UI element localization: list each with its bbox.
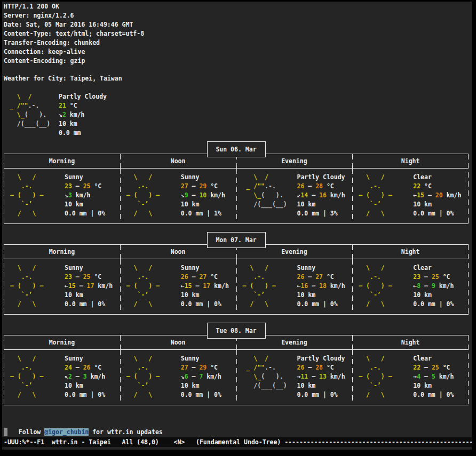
http-header-line: Server: nginx/1.2.6 bbox=[4, 11, 144, 20]
clear-icon: \ / .-.– ( ) – `-’ / \ bbox=[359, 263, 392, 309]
condition-label: Clear bbox=[413, 354, 454, 363]
forecast-cell: \ / .-.– ( ) – `-’ / \Sunny26 – 27 °C←16… bbox=[236, 259, 353, 314]
wind-value: ←15 – 17 km/h bbox=[181, 282, 229, 291]
forecast-cell: \ / _ /"".-. \_( ). /(___(__)Partly Clou… bbox=[236, 350, 353, 404]
visibility-value: 10 km bbox=[297, 381, 345, 390]
forecast-table-body: \ / .-.– ( ) – `-’ / \Sunny24 – 26 °C↖2 … bbox=[4, 350, 469, 404]
precipitation-value: 0.0 mm | 0% bbox=[297, 390, 345, 399]
wind-value: ↘9 – 10 km/h bbox=[181, 191, 225, 200]
http-header-line: Content-Type: text/html; charset=utf-8 bbox=[4, 29, 144, 38]
column-header-night: Night bbox=[352, 154, 469, 168]
visibility-value: 10 km bbox=[65, 291, 113, 300]
follow-prefix: Follow bbox=[19, 428, 44, 436]
visibility-value: 10 km bbox=[181, 381, 221, 390]
temperature-value: 26 – 28 °C bbox=[297, 182, 345, 191]
forecast-date-box: Tue 08. Mar bbox=[207, 323, 266, 339]
precipitation-value: 0.0 mm | 0% bbox=[413, 209, 461, 218]
forecast-table: MorningNoonEveningNight \ / .-.– ( ) – `… bbox=[4, 335, 469, 405]
forecast-cell: \ / .-.– ( ) – `-’ / \Sunny23 – 25 °C←15… bbox=[4, 259, 120, 314]
emacs-modeline[interactable]: -UUU:%*--F1 wttr.in - Taipei All (48,0) … bbox=[2, 437, 472, 447]
visibility-value: 10 km bbox=[181, 200, 225, 209]
http-header-line: Transfer-Encoding: chunked bbox=[4, 38, 144, 47]
wind-value: ↙14 – 16 km/h bbox=[297, 191, 345, 200]
forecast-cell-text: Sunny26 – 27 °C←16 – 18 km/h10 km0.0 mm … bbox=[297, 263, 345, 309]
precipitation-value: 0.0 mm | 0% bbox=[297, 300, 345, 309]
column-header-morning: Morning bbox=[4, 154, 120, 168]
forecast-cell: \ / .-.– ( ) – `-’ / \Sunny27 – 29 °C↘9 … bbox=[120, 169, 236, 223]
sunny-icon: \ / .-.– ( ) – `-’ / \ bbox=[10, 263, 43, 309]
forecast-cell: \ / .-.– ( ) – `-’ / \Sunny26 – 27 °C←15… bbox=[120, 259, 236, 314]
forecast-date-box: Mon 07. Mar bbox=[207, 232, 266, 248]
visibility-value: 10 km bbox=[59, 119, 107, 129]
http-header-line: Content-Encoding: gzip bbox=[4, 57, 144, 66]
precipitation-value: 0.0 mm | 0% bbox=[181, 390, 221, 399]
column-header-night: Night bbox=[352, 245, 469, 259]
condition-label: Sunny bbox=[181, 263, 229, 273]
temperature-value: 21 °C bbox=[59, 101, 107, 110]
visibility-value: 10 km bbox=[181, 291, 229, 300]
wind-value: ↖2 – 3 km/h bbox=[65, 372, 105, 381]
temperature-value: 22 °C bbox=[413, 182, 461, 191]
visibility-value: 10 km bbox=[413, 381, 454, 390]
current-conditions-text: Partly Cloudy 21 °C ↘2 km/h 10 km 0.0 mm bbox=[59, 92, 107, 138]
temperature-value: 26 – 27 °C bbox=[297, 273, 345, 282]
http-response-headers: HTTP/1.1 200 OK Server: nginx/1.2.6 Date… bbox=[4, 2, 144, 66]
temperature-value: 23 – 25 °C bbox=[413, 273, 454, 282]
forecast-date-box: Sun 06. Mar bbox=[207, 141, 266, 157]
partly-cloudy-icon: \ / _ /"".-. \_( ). /(___(__) bbox=[6, 92, 50, 129]
condition-label: Sunny bbox=[65, 354, 105, 363]
forecast-cell-text: Sunny23 – 25 °C←15 – 17 km/h10 km0.0 mm … bbox=[65, 263, 113, 309]
http-header-line: HTTP/1.1 200 OK bbox=[4, 2, 144, 11]
precipitation-value: 0.0 mm | 0% bbox=[65, 300, 113, 309]
clear-icon: \ / .-.– ( ) – `-’ / \ bbox=[359, 354, 392, 399]
clear-icon: \ / .-.– ( ) – `-’ / \ bbox=[359, 173, 392, 218]
forecast-cell-text: Clear22 – 25 °C→4 – 5 km/h10 km0.0 mm | … bbox=[413, 354, 454, 399]
terminal-cursor bbox=[4, 428, 7, 436]
wind-value: →11 – 13 km/h bbox=[297, 372, 345, 381]
column-header-morning: Morning bbox=[4, 335, 120, 349]
condition-label: Partly Cloudy bbox=[297, 173, 345, 182]
temperature-value: 27 – 29 °C bbox=[181, 363, 221, 372]
condition-label: Partly Cloudy bbox=[59, 92, 107, 101]
sunny-icon: \ / .-.– ( ) – `-’ / \ bbox=[243, 263, 276, 309]
precipitation-value: 0.0 mm | 0% bbox=[413, 390, 454, 399]
forecast-day: Mon 07. Mar MorningNoonEveningNight \ / … bbox=[4, 232, 469, 315]
sunny-icon: \ / .-.– ( ) – `-’ / \ bbox=[10, 173, 43, 218]
forecast-cell: \ / .-.– ( ) – `-’ / \Sunny27 – 29 °C↘6 … bbox=[120, 350, 236, 404]
forecast-cell: \ / .-.– ( ) – `-’ / \Clear22 °C←15 – 20… bbox=[352, 169, 469, 223]
wind-value: ←8 – 9 km/h bbox=[413, 282, 454, 291]
forecast-cell: \ / .-.– ( ) – `-’ / \Sunny24 – 26 °C↖2 … bbox=[4, 350, 120, 404]
visibility-value: 10 km bbox=[297, 291, 345, 300]
visibility-value: 10 km bbox=[413, 291, 454, 300]
forecast-date: Tue 08. Mar bbox=[216, 327, 256, 334]
temperature-value: 23 – 25 °C bbox=[65, 182, 105, 191]
precipitation-value: 0.0 mm | 0% bbox=[65, 209, 105, 218]
wind-value: ←15 – 20 km/h bbox=[413, 191, 461, 200]
forecast-cell-text: Clear23 – 25 °C←8 – 9 km/h10 km0.0 mm | … bbox=[413, 263, 454, 309]
forecast-cell: \ / .-.– ( ) – `-’ / \Sunny23 – 25 °C↘3 … bbox=[4, 169, 120, 223]
column-header-night: Night bbox=[352, 335, 469, 349]
forecast-cell-text: Sunny27 – 29 °C↘9 – 10 km/h10 km0.0 mm |… bbox=[181, 173, 225, 218]
forecast-table-body: \ / .-.– ( ) – `-’ / \Sunny23 – 25 °C↘3 … bbox=[4, 169, 469, 223]
forecast-table-body: \ / .-.– ( ) – `-’ / \Sunny23 – 25 °C←15… bbox=[4, 259, 469, 314]
visibility-value: 10 km bbox=[297, 200, 345, 209]
visibility-value: 10 km bbox=[65, 381, 105, 390]
precipitation-value: 0.0 mm | 1% bbox=[181, 209, 225, 218]
temperature-value: 27 – 29 °C bbox=[181, 182, 225, 191]
visibility-value: 10 km bbox=[413, 200, 461, 209]
terminal-screen: HTTP/1.1 200 OK Server: nginx/1.2.6 Date… bbox=[2, 2, 472, 450]
condition-label: Sunny bbox=[65, 263, 113, 273]
forecast-cell-text: Partly Cloudy26 – 28 °C↙14 – 16 km/h10 k… bbox=[297, 173, 345, 218]
http-header-line: Connection: keep-alive bbox=[4, 47, 144, 57]
twitter-handle-link[interactable]: @igor_chubin bbox=[44, 428, 89, 436]
condition-label: Clear bbox=[413, 263, 454, 273]
forecast-cell-text: Sunny27 – 29 °C↘6 – 7 km/h10 km0.0 mm | … bbox=[181, 354, 221, 399]
column-header-morning: Morning bbox=[4, 245, 120, 259]
condition-label: Partly Cloudy bbox=[297, 354, 345, 363]
partly-cloudy-icon: \ / _ /"".-. \_( ). /(___(__) bbox=[243, 173, 287, 209]
condition-label: Clear bbox=[413, 173, 461, 182]
wind-value: →4 – 5 km/h bbox=[413, 372, 454, 381]
sunny-icon: \ / .-.– ( ) – `-’ / \ bbox=[126, 173, 160, 218]
temperature-value: 26 – 28 °C bbox=[297, 363, 345, 372]
condition-label: Sunny bbox=[181, 354, 221, 363]
